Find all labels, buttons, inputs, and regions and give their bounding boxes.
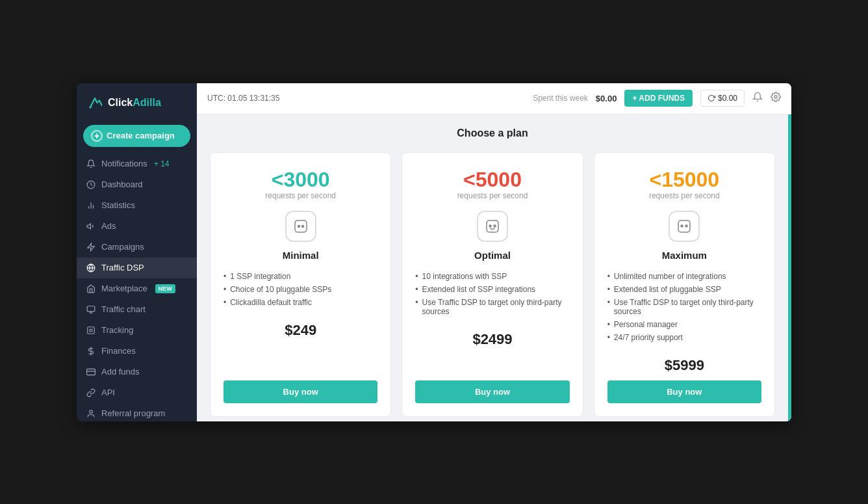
- feature-item: Clickadilla default traffic: [223, 296, 377, 309]
- dashboard-icon: [86, 179, 96, 190]
- tracking-icon: [86, 325, 96, 336]
- create-campaign-button[interactable]: + Create campaign: [83, 125, 190, 147]
- plan-optimal-price: $2499: [472, 331, 512, 348]
- svg-rect-14: [87, 369, 96, 375]
- main-area: UTC: 01.05 13:31:35 Spent this week $0.0…: [197, 83, 791, 421]
- feature-item: 24/7 priority support: [607, 331, 761, 344]
- plan-optimal-name: Optimal: [474, 250, 511, 261]
- sidebar-item-traffic-dsp[interactable]: Traffic DSP: [77, 258, 197, 278]
- svg-point-29: [681, 225, 683, 227]
- svg-marker-6: [88, 243, 95, 251]
- plan-card-optimal: <5000 requests per second Optimal 10 int…: [402, 152, 583, 417]
- svg-rect-22: [295, 220, 307, 232]
- add-funds-button[interactable]: + ADD FUNDS: [624, 90, 693, 107]
- content-wrapper: Choose a plan <3000 requests per second …: [197, 114, 791, 421]
- plan-maximum-price: $5999: [665, 357, 704, 374]
- api-icon: [86, 388, 96, 398]
- plus-circle-icon: +: [91, 130, 103, 142]
- feature-item: Unlimited number of integrations: [607, 270, 761, 283]
- svg-point-27: [494, 225, 496, 227]
- feature-item: 1 SSP integration: [223, 270, 377, 283]
- campaigns-icon: [86, 242, 96, 252]
- marketplace-icon: [86, 284, 96, 294]
- topbar-right: Spent this week $0.00 + ADD FUNDS $0.00: [533, 90, 781, 107]
- spent-label: Spent this week: [533, 94, 588, 103]
- sidebar: ClickAdilla + Create campaign Notificati…: [77, 83, 197, 421]
- plan-card-minimal: <3000 requests per second Minimal 1 SSP …: [210, 152, 391, 417]
- accent-scrollbar: [788, 114, 791, 421]
- svg-marker-5: [87, 223, 90, 228]
- plan-maximum-icon: [669, 211, 700, 242]
- svg-point-26: [489, 225, 491, 227]
- balance-button[interactable]: $0.00: [700, 90, 745, 107]
- svg-rect-9: [87, 306, 95, 311]
- sidebar-item-finances[interactable]: Finances: [77, 341, 197, 362]
- logo-text: ClickAdilla: [108, 97, 161, 109]
- feature-item: Personal manager: [607, 318, 761, 331]
- statistics-icon: [86, 200, 96, 211]
- plan-maximum-requests: <15000: [649, 168, 719, 191]
- sidebar-item-api[interactable]: API: [77, 382, 197, 403]
- plan-minimal-name: Minimal: [283, 250, 319, 261]
- svg-rect-12: [88, 326, 95, 334]
- refresh-icon: [708, 94, 715, 102]
- plan-minimal-icon: [285, 211, 316, 242]
- sidebar-item-notifications[interactable]: Notifications + 14: [77, 153, 197, 174]
- plan-optimal-icon: [477, 211, 508, 242]
- plan-card-maximum: <15000 requests per second Maximum Unlim…: [594, 152, 775, 417]
- plan-optimal-features: 10 integrations with SSP Extended list o…: [415, 270, 569, 318]
- finances-icon: [86, 346, 96, 356]
- svg-point-24: [301, 225, 303, 227]
- add-funds-icon: [86, 367, 96, 377]
- svg-point-21: [774, 96, 777, 98]
- feature-item: 10 integrations with SSP: [415, 270, 569, 283]
- plan-maximum-rps: requests per second: [649, 191, 720, 200]
- sidebar-item-marketplace[interactable]: Marketplace NEW: [77, 278, 197, 299]
- plan-maximum-name: Maximum: [662, 250, 707, 261]
- settings-icon[interactable]: [771, 92, 781, 105]
- feature-item: Use Traffic DSP to target only third-par…: [607, 296, 761, 318]
- sidebar-item-add-funds[interactable]: Add funds: [77, 362, 197, 382]
- page-title: Choose a plan: [210, 127, 775, 139]
- bell-icon: [86, 159, 96, 169]
- buy-minimal-button[interactable]: Buy now: [223, 380, 377, 403]
- logo: ClickAdilla: [77, 83, 197, 122]
- sidebar-item-tracking[interactable]: Tracking: [77, 320, 197, 341]
- ads-icon: [86, 221, 96, 232]
- plan-minimal-rps: requests per second: [265, 191, 336, 200]
- logo-icon: [86, 94, 104, 112]
- sidebar-item-ads[interactable]: Ads: [77, 216, 197, 237]
- spent-amount: $0.00: [596, 94, 617, 103]
- feature-item: Extended list of SSP integrations: [415, 283, 569, 296]
- plan-minimal-features: 1 SSP integration Choice of 10 pluggable…: [223, 270, 377, 309]
- buy-maximum-button[interactable]: Buy now: [607, 380, 761, 403]
- sidebar-item-dashboard[interactable]: Dashboard: [77, 174, 197, 195]
- plans-grid: <3000 requests per second Minimal 1 SSP …: [210, 152, 775, 417]
- plan-optimal-rps: requests per second: [457, 191, 528, 200]
- referral-icon: [86, 408, 96, 419]
- feature-item: Use Traffic DSP to target only third-par…: [415, 296, 569, 318]
- utc-time: UTC: 01.05 13:31:35: [207, 94, 279, 103]
- plan-optimal-requests: <5000: [463, 168, 522, 191]
- buy-optimal-button[interactable]: Buy now: [415, 380, 569, 403]
- plan-minimal-price: $249: [285, 322, 316, 339]
- sidebar-item-traffic-chart[interactable]: Traffic chart: [77, 299, 197, 320]
- svg-point-30: [685, 225, 687, 227]
- sidebar-item-referral[interactable]: Referral program: [77, 403, 197, 421]
- notifications-icon[interactable]: [752, 92, 763, 105]
- svg-point-23: [298, 225, 300, 227]
- plan-maximum-features: Unlimited number of integrations Extende…: [607, 270, 761, 344]
- sidebar-item-campaigns[interactable]: Campaigns: [77, 237, 197, 258]
- globe-icon: [86, 263, 96, 273]
- traffic-chart-icon: [86, 304, 96, 315]
- feature-item: Extended list of pluggable SSP: [607, 283, 761, 296]
- feature-item: Choice of 10 pluggable SSPs: [223, 283, 377, 296]
- content-area: Choose a plan <3000 requests per second …: [197, 114, 788, 421]
- svg-point-16: [90, 410, 93, 413]
- svg-rect-25: [487, 220, 498, 232]
- plan-minimal-requests: <3000: [272, 168, 330, 191]
- topbar: UTC: 01.05 13:31:35 Spent this week $0.0…: [197, 83, 791, 114]
- svg-rect-28: [678, 220, 690, 232]
- sidebar-item-statistics[interactable]: Statistics: [77, 195, 197, 216]
- svg-point-0: [89, 106, 92, 109]
